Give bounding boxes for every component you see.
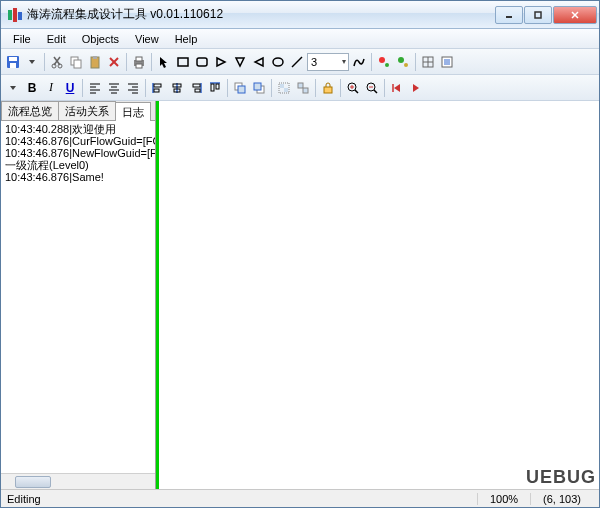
menu-objects[interactable]: Objects bbox=[74, 31, 127, 47]
svg-line-31 bbox=[292, 57, 302, 67]
svg-rect-8 bbox=[9, 57, 17, 61]
align-left-button[interactable] bbox=[86, 78, 104, 98]
scrollbar-thumb[interactable] bbox=[15, 476, 51, 488]
app-icon bbox=[7, 7, 23, 23]
combo-value: 3 bbox=[311, 56, 317, 68]
svg-rect-18 bbox=[93, 56, 97, 59]
node-red-tool[interactable] bbox=[375, 52, 393, 72]
align-center-button[interactable] bbox=[105, 78, 123, 98]
svg-rect-0 bbox=[8, 10, 12, 20]
send-back-button[interactable] bbox=[250, 78, 268, 98]
tab-relations[interactable]: 活动关系 bbox=[58, 101, 116, 120]
triangle-left-tool[interactable] bbox=[250, 52, 268, 72]
svg-rect-73 bbox=[280, 84, 284, 88]
svg-marker-29 bbox=[255, 58, 263, 66]
align-obj-right[interactable] bbox=[187, 78, 205, 98]
bring-front-button[interactable] bbox=[231, 78, 249, 98]
svg-marker-28 bbox=[236, 58, 244, 66]
log-line: 10:43:46.876|NewFlowGuid=[FCC58 bbox=[5, 147, 151, 159]
stroke-width-combo[interactable]: 3 bbox=[307, 53, 349, 71]
main-area: 流程总览 活动关系 日志 10:43:40.288|欢迎使用 10:43:46.… bbox=[1, 101, 599, 489]
log-line: 10:43:46.876|CurFlowGuid=[FCC58 bbox=[5, 135, 151, 147]
lock-button[interactable] bbox=[319, 78, 337, 98]
pointer-tool[interactable] bbox=[155, 52, 173, 72]
svg-rect-16 bbox=[74, 60, 81, 68]
svg-rect-67 bbox=[216, 84, 219, 89]
ungroup-button[interactable] bbox=[294, 78, 312, 98]
svg-rect-4 bbox=[535, 12, 541, 18]
svg-rect-75 bbox=[298, 83, 303, 88]
properties-button[interactable] bbox=[438, 52, 456, 72]
watermark: UEBUG bbox=[526, 467, 596, 488]
next-button[interactable] bbox=[407, 78, 425, 98]
svg-rect-66 bbox=[211, 84, 214, 91]
svg-rect-9 bbox=[10, 63, 16, 68]
toolbar-1: 3 bbox=[1, 49, 599, 75]
rect-tool[interactable] bbox=[174, 52, 192, 72]
svg-rect-22 bbox=[136, 57, 142, 61]
svg-rect-2 bbox=[18, 12, 22, 20]
svg-point-34 bbox=[398, 57, 404, 63]
svg-rect-63 bbox=[193, 84, 200, 87]
triangle-down-tool[interactable] bbox=[231, 52, 249, 72]
close-button[interactable] bbox=[553, 6, 597, 24]
svg-rect-1 bbox=[13, 8, 17, 22]
align-obj-left[interactable] bbox=[149, 78, 167, 98]
svg-point-35 bbox=[404, 63, 408, 67]
svg-rect-64 bbox=[195, 89, 200, 92]
tab-log[interactable]: 日志 bbox=[115, 102, 151, 121]
left-panel: 流程总览 活动关系 日志 10:43:40.288|欢迎使用 10:43:46.… bbox=[1, 101, 156, 489]
svg-point-30 bbox=[273, 58, 283, 66]
svg-rect-57 bbox=[154, 84, 161, 87]
zoom-in-button[interactable] bbox=[344, 78, 362, 98]
underline-button[interactable]: U bbox=[61, 78, 79, 98]
undo-dropdown[interactable] bbox=[4, 78, 22, 98]
zoom-out-button[interactable] bbox=[363, 78, 381, 98]
window-title: 海涛流程集成设计工具 v0.01.110612 bbox=[27, 6, 494, 23]
menu-help[interactable]: Help bbox=[167, 31, 206, 47]
align-right-button[interactable] bbox=[124, 78, 142, 98]
save-button[interactable] bbox=[4, 52, 22, 72]
node-green-tool[interactable] bbox=[394, 52, 412, 72]
prev-button[interactable] bbox=[388, 78, 406, 98]
svg-point-32 bbox=[379, 57, 385, 63]
svg-point-33 bbox=[385, 63, 389, 67]
svg-rect-76 bbox=[303, 88, 308, 93]
copy-button[interactable] bbox=[67, 52, 85, 72]
log-line: 10:43:46.876|Same! bbox=[5, 171, 151, 183]
group-button[interactable] bbox=[275, 78, 293, 98]
triangle-right-tool[interactable] bbox=[212, 52, 230, 72]
svg-marker-85 bbox=[394, 84, 400, 92]
svg-line-79 bbox=[355, 90, 358, 93]
save-dropdown-button[interactable] bbox=[23, 52, 41, 72]
minimize-button[interactable] bbox=[495, 6, 523, 24]
ellipse-tool[interactable] bbox=[269, 52, 287, 72]
menu-file[interactable]: File bbox=[5, 31, 39, 47]
horizontal-scrollbar[interactable] bbox=[1, 473, 155, 489]
paste-button[interactable] bbox=[86, 52, 104, 72]
svg-line-83 bbox=[374, 90, 377, 93]
line-tool[interactable] bbox=[288, 52, 306, 72]
cut-button[interactable] bbox=[48, 52, 66, 72]
italic-button[interactable]: I bbox=[42, 78, 60, 98]
toolbar-2: B I U bbox=[1, 75, 599, 101]
svg-rect-58 bbox=[154, 89, 159, 92]
design-canvas[interactable] bbox=[159, 101, 599, 489]
svg-rect-74 bbox=[284, 88, 288, 92]
menu-view[interactable]: View bbox=[127, 31, 167, 47]
svg-rect-77 bbox=[324, 87, 332, 93]
curve-tool[interactable] bbox=[350, 52, 368, 72]
svg-rect-71 bbox=[254, 83, 261, 90]
tab-strip: 流程总览 活动关系 日志 bbox=[1, 101, 155, 121]
menu-edit[interactable]: Edit bbox=[39, 31, 74, 47]
align-obj-center-h[interactable] bbox=[168, 78, 186, 98]
tab-overview[interactable]: 流程总览 bbox=[1, 101, 59, 120]
maximize-button[interactable] bbox=[524, 6, 552, 24]
roundrect-tool[interactable] bbox=[193, 52, 211, 72]
grid-toggle[interactable] bbox=[419, 52, 437, 72]
bold-button[interactable]: B bbox=[23, 78, 41, 98]
print-button[interactable] bbox=[130, 52, 148, 72]
delete-button[interactable] bbox=[105, 52, 123, 72]
align-obj-top[interactable] bbox=[206, 78, 224, 98]
svg-rect-23 bbox=[136, 64, 142, 68]
